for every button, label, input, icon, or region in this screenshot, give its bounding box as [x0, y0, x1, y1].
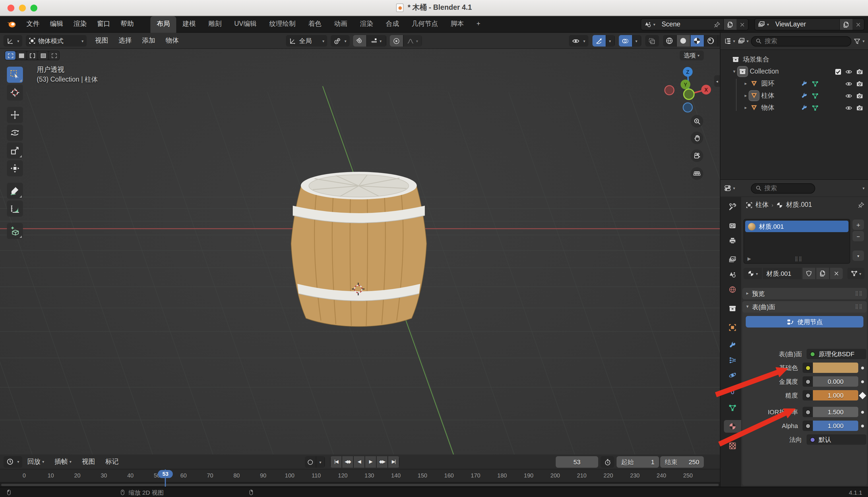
property-field[interactable]: 0.000	[803, 377, 858, 387]
current-frame-field[interactable]: 53	[556, 456, 598, 468]
marker-menu[interactable]: 标记	[100, 453, 124, 470]
select-set-button[interactable]	[5, 51, 15, 60]
render-tab[interactable]	[724, 219, 741, 232]
viewlayer-name[interactable]: ViewLayer	[772, 21, 839, 28]
add-cube-tool[interactable]	[7, 223, 23, 239]
animate-dot-icon[interactable]	[858, 380, 867, 383]
slot-specials-menu[interactable]: ▾	[853, 251, 864, 261]
disclosure-icon[interactable]: ▸	[742, 81, 749, 86]
preview-range-stopwatch-icon[interactable]	[601, 456, 614, 468]
wireframe-shading-button[interactable]	[663, 35, 677, 46]
outliner-editor-icon[interactable]: ▾	[724, 37, 735, 45]
transport-button[interactable]: |◀	[331, 456, 342, 468]
tool-tab[interactable]	[724, 200, 741, 213]
object-tab[interactable]	[724, 321, 741, 334]
viewport-menu-item[interactable]: 视图	[90, 35, 113, 46]
transport-button[interactable]: ◆▶	[377, 456, 388, 468]
outliner-row[interactable]: ▸ 柱体	[720, 90, 868, 102]
breadcrumb-material[interactable]: 材质.001	[786, 202, 812, 209]
pivot-point-selector[interactable]: ▾	[331, 35, 349, 46]
preview-panel-header[interactable]: ▸ 预览 ⣿⣿	[742, 288, 867, 299]
timeline-scrollbar[interactable]	[0, 483, 720, 487]
particles-tab[interactable]	[724, 354, 741, 367]
hide-eye-icon[interactable]	[843, 104, 854, 111]
select-intersect-button[interactable]	[49, 51, 59, 60]
socket-icon[interactable]	[805, 365, 810, 370]
overlays-dropdown[interactable]: ▾	[632, 35, 641, 46]
navigation-gizmo[interactable]: Y Z X	[658, 64, 715, 115]
menu-item[interactable]: 文件	[21, 16, 45, 32]
workspace-tab[interactable]: 动画	[328, 16, 354, 32]
scene-icon[interactable]: ▾	[641, 19, 658, 30]
sidebar-toggle[interactable]: ◂	[714, 75, 720, 87]
workspace-tab[interactable]: 布局	[150, 16, 176, 32]
property-field[interactable]	[803, 363, 858, 373]
add-slot-button[interactable]: ＋	[853, 219, 864, 230]
viewport-3d[interactable]: 用户透视 (53) Collection | 柱体 选项▾ Y Z	[0, 49, 720, 454]
header-dropdown[interactable]: ▾	[863, 186, 865, 190]
render-visibility-icon[interactable]	[854, 92, 865, 99]
physics-tab[interactable]	[724, 369, 741, 382]
animate-dot-icon[interactable]	[858, 411, 867, 413]
menu-item[interactable]: 渲染	[68, 16, 92, 32]
socket-icon[interactable]	[805, 393, 810, 398]
overlays-toggle[interactable]	[619, 35, 632, 46]
material-name-field[interactable]: 材质.001	[763, 268, 801, 279]
frame-end-field[interactable]: 结束250	[660, 456, 704, 468]
outliner-item-label[interactable]: 场景集合	[743, 56, 842, 63]
axis-neg-y-ball[interactable]	[684, 89, 694, 99]
properties-editor-icon[interactable]: ▾	[724, 184, 735, 192]
workspace-tab[interactable]: 纹理绘制	[263, 16, 302, 32]
ortho-grid-icon[interactable]	[691, 167, 703, 180]
transform-tool[interactable]	[7, 160, 23, 176]
measure-tool[interactable]	[7, 200, 23, 217]
select-invert-button[interactable]	[38, 51, 48, 60]
fake-user-shield-icon[interactable]	[803, 268, 815, 279]
animate-dot-icon[interactable]	[858, 424, 867, 427]
property-field[interactable]: 原理化BSDF	[807, 349, 866, 359]
drag-handle-icon[interactable]: ⣿⣿	[795, 257, 802, 261]
outliner-item-label[interactable]: Collection	[750, 68, 833, 75]
workspace-tab[interactable]: 着色	[302, 16, 328, 32]
outliner-row[interactable]: ▸ 圆环	[720, 77, 868, 90]
close-icon[interactable]	[853, 19, 864, 30]
copy-icon[interactable]	[839, 19, 853, 30]
workspace-tab[interactable]: UV编辑	[228, 16, 263, 32]
hide-eye-icon[interactable]	[843, 80, 854, 87]
texture-tab[interactable]	[724, 440, 741, 452]
property-field[interactable]: 默认	[807, 435, 866, 445]
pin-icon[interactable]	[858, 202, 865, 209]
properties-search-input[interactable]: 搜索	[751, 183, 815, 193]
workspace-tab[interactable]: 建模	[176, 16, 202, 32]
workspace-tab[interactable]: 合成	[380, 16, 405, 32]
zoom-icon[interactable]	[691, 115, 703, 128]
outliner-item-label[interactable]: 柱体	[761, 93, 798, 99]
property-field[interactable]: 1.000	[803, 390, 858, 400]
workspace-tab[interactable]: 雕刻	[202, 16, 228, 32]
use-nodes-button[interactable]: 使用节点	[746, 316, 864, 327]
view-menu[interactable]: 视图	[77, 453, 100, 470]
blender-logo-icon[interactable]	[5, 19, 18, 29]
display-mode-icon[interactable]: ▾	[737, 37, 749, 45]
move-tool[interactable]	[7, 107, 23, 123]
camera-view-icon[interactable]	[691, 150, 703, 162]
playback-menu[interactable]: 回放▾	[22, 453, 49, 470]
filter-icon[interactable]: ▾	[854, 38, 865, 44]
collection-tab[interactable]	[724, 302, 741, 315]
nodetree-selector[interactable]: ▾	[847, 268, 865, 279]
barrel-object[interactable]	[291, 172, 427, 327]
object-data-tab[interactable]	[724, 402, 741, 414]
material-tab[interactable]	[724, 420, 741, 432]
snap-target-selector[interactable]: ▾	[367, 35, 386, 46]
rotate-tool[interactable]	[7, 125, 23, 141]
viewport-menu-item[interactable]: 物体	[160, 35, 184, 46]
material-slot-selected[interactable]: 材质.001	[745, 221, 849, 232]
close-window-button[interactable]	[8, 4, 14, 12]
material-preview-shading-button[interactable]	[690, 35, 704, 46]
outliner-item-label[interactable]: 物体	[761, 104, 798, 111]
exclude-checkbox[interactable]	[833, 68, 843, 75]
minimize-window-button[interactable]	[19, 4, 26, 12]
viewlayer-tab[interactable]	[724, 253, 741, 266]
viewport-menu-item[interactable]: 选择	[113, 35, 137, 46]
keying-menu[interactable]: 插帧▾	[49, 453, 77, 470]
